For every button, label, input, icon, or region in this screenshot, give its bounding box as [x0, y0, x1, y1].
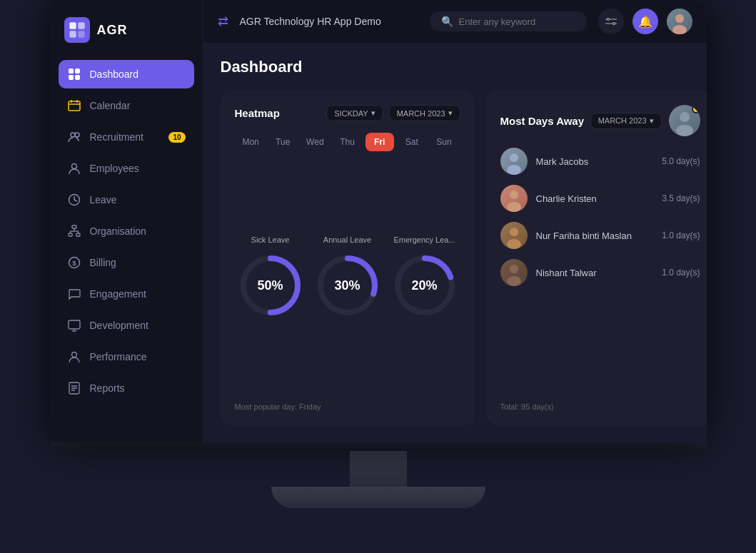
- svg-point-33: [607, 19, 609, 21]
- heatmap-header: Heatmap SICKDAY ▾ MARCH 2023 ▾: [235, 105, 460, 121]
- engagement-icon: [67, 287, 81, 301]
- user-avatar[interactable]: [667, 9, 692, 34]
- svg-point-14: [71, 164, 76, 169]
- search-input[interactable]: [459, 16, 575, 27]
- employee-list: Mark Jacobs 5.0 day(s): [500, 148, 700, 394]
- sidebar-item-development[interactable]: Development: [59, 311, 194, 340]
- table-row: Charlie Kristen 3.5 day(s): [500, 185, 700, 212]
- svg-point-54: [507, 239, 521, 249]
- away-avatar-dot: [692, 105, 700, 113]
- sidebar-item-employees[interactable]: Employees: [59, 154, 194, 183]
- away-month-dropdown[interactable]: MARCH 2023 ▾: [590, 113, 662, 129]
- filter-button[interactable]: [598, 9, 624, 34]
- sidebar-item-calendar[interactable]: Calendar: [59, 91, 194, 120]
- svg-rect-6: [69, 75, 74, 80]
- development-icon: [67, 318, 81, 333]
- svg-rect-5: [75, 69, 80, 73]
- svg-point-50: [507, 165, 521, 175]
- sidebar-item-dashboard[interactable]: Dashboard: [59, 60, 194, 88]
- sidebar-label-engagement: Engagement: [90, 288, 146, 300]
- logo-icon: [64, 17, 90, 43]
- search-bar[interactable]: 🔍: [430, 11, 587, 31]
- svg-point-13: [75, 133, 79, 137]
- day-sat[interactable]: Sat: [398, 133, 426, 151]
- sidebar-label-leave: Leave: [90, 194, 117, 206]
- svg-point-28: [71, 352, 76, 357]
- svg-point-39: [675, 14, 684, 23]
- sidebar-item-recruitment[interactable]: Recruitment 10: [59, 123, 194, 151]
- heatmap-controls: SICKDAY ▾ MARCH 2023 ▾: [326, 105, 460, 121]
- svg-rect-0: [69, 22, 76, 29]
- sickday-dropdown[interactable]: SICKDAY ▾: [326, 105, 383, 121]
- month-dropdown[interactable]: MARCH 2023 ▾: [389, 105, 460, 121]
- svg-rect-16: [72, 225, 76, 228]
- cards-row: Heatmap SICKDAY ▾ MARCH 2023 ▾: [221, 91, 690, 425]
- company-name: AGR Technology HR App Demo: [240, 16, 381, 27]
- logo-area: AGR: [59, 11, 194, 57]
- employee-name: Charlie Kristen: [536, 193, 654, 204]
- table-row: Mark Jacobs 5.0 day(s): [500, 148, 700, 175]
- svg-point-12: [71, 133, 75, 137]
- employees-icon: [67, 161, 81, 176]
- sidebar-label-recruitment: Recruitment: [90, 131, 143, 143]
- heatmap-title: Heatmap: [235, 107, 280, 119]
- svg-rect-17: [69, 233, 72, 236]
- donut-sick-leave: Sick Leave 50%: [235, 235, 306, 321]
- svg-rect-1: [78, 22, 84, 29]
- employee-days: 5.0 day(s): [662, 156, 700, 166]
- svg-point-51: [510, 191, 518, 199]
- svg-rect-3: [78, 31, 84, 37]
- svg-point-34: [613, 23, 615, 25]
- annual-leave-label: Annual Leave: [323, 235, 371, 244]
- day-tue[interactable]: Tue: [268, 133, 297, 151]
- away-main-avatar: [669, 105, 700, 136]
- donut-emergency-leave: Emergency Lea... 20%: [389, 235, 460, 321]
- sidebar-label-calendar: Calendar: [90, 100, 131, 111]
- sidebar-item-billing[interactable]: $ Billing: [59, 248, 194, 277]
- day-sun[interactable]: Sun: [430, 133, 458, 151]
- away-header: Most Days Away MARCH 2023 ▾: [500, 105, 700, 136]
- svg-point-47: [680, 112, 690, 122]
- month-chevron: ▾: [448, 108, 453, 118]
- svg-point-56: [507, 276, 521, 286]
- svg-rect-8: [69, 101, 80, 111]
- employee-days: 1.0 day(s): [662, 230, 700, 240]
- away-month-label: MARCH 2023: [598, 116, 647, 125]
- svg-rect-25: [69, 320, 80, 329]
- monitor-stand-base: [271, 487, 485, 508]
- day-thu[interactable]: Thu: [333, 133, 361, 151]
- notification-button[interactable]: 🔔: [632, 9, 658, 34]
- emergency-leave-label: Emergency Lea...: [393, 235, 455, 244]
- search-icon: 🔍: [441, 16, 453, 27]
- employee-name: Nishant Talwar: [536, 268, 654, 278]
- annual-leave-chart: 30%: [312, 250, 383, 321]
- avatar: [500, 259, 528, 286]
- sidebar-label-reports: Reports: [90, 382, 125, 394]
- monitor-bottom-bar: [50, 442, 707, 451]
- avatar: [500, 222, 528, 249]
- reports-icon: [67, 381, 81, 395]
- day-wed[interactable]: Wed: [301, 133, 329, 151]
- logo-text: AGR: [97, 23, 128, 38]
- sidebar-item-performance[interactable]: Performance: [59, 343, 194, 371]
- swap-icon[interactable]: ⇄: [218, 14, 228, 29]
- sidebar: AGR Dashboard: [50, 0, 203, 442]
- most-days-away-card: Most Days Away MARCH 2023 ▾: [486, 91, 707, 425]
- day-fri[interactable]: Fri: [366, 133, 394, 151]
- topbar-icons: 🔔: [598, 9, 692, 34]
- sidebar-item-organisation[interactable]: Organisation: [59, 217, 194, 245]
- sidebar-item-leave[interactable]: Leave: [59, 186, 194, 214]
- sidebar-item-engagement[interactable]: Engagement: [59, 280, 194, 308]
- svg-point-40: [672, 25, 687, 34]
- leave-icon: [67, 193, 81, 207]
- performance-icon: [67, 350, 81, 364]
- svg-rect-2: [69, 31, 76, 37]
- calendar-icon: [67, 98, 81, 113]
- away-header-right: MARCH 2023 ▾: [590, 105, 700, 136]
- monitor-screen: AGR Dashboard: [50, 0, 707, 442]
- day-mon[interactable]: Mon: [236, 133, 265, 151]
- employee-name: Mark Jacobs: [536, 156, 654, 167]
- sidebar-item-reports[interactable]: Reports: [59, 374, 194, 402]
- sidebar-label-employees: Employees: [90, 163, 139, 174]
- sick-leave-label: Sick Leave: [251, 235, 290, 244]
